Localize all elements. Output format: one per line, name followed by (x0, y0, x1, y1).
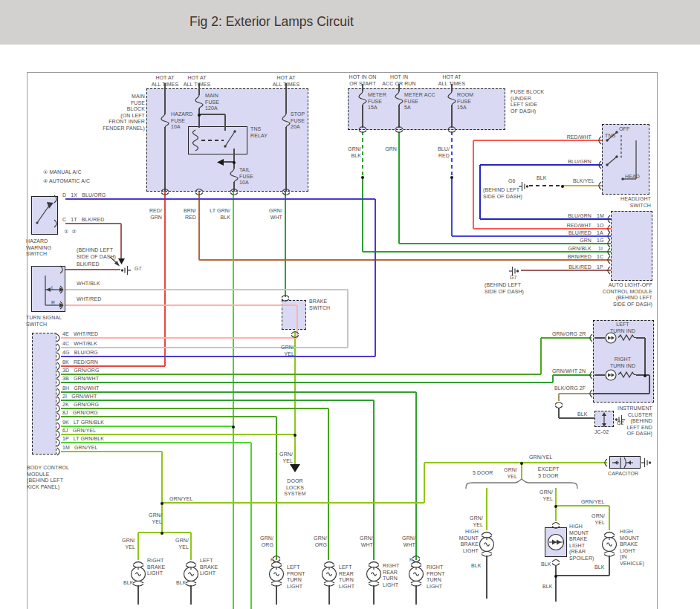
blk-red-label: BLK/RED (77, 261, 100, 268)
junction-dot (161, 502, 163, 505)
hazard-fuse-out (164, 127, 166, 192)
bcm-2i-h (61, 400, 374, 401)
grn-yel-inveh-h-label: GRN/YEL (581, 499, 604, 506)
bcm-8h-h (61, 391, 416, 393)
blu-grn-v (479, 165, 481, 219)
k-rf-label: K (409, 557, 413, 564)
bcm-8k: 8K RED/GRN (62, 359, 98, 366)
brake-switch-label: BRAKE SWITCH (309, 299, 330, 311)
junction-dot (561, 185, 564, 188)
tail-branch-arrow-icon (217, 159, 224, 166)
headlight-switch-label: HEADLIGHT SWITCH (606, 196, 651, 209)
cl-int-4 (594, 374, 605, 375)
bcm-4e: 4E WHT/RED (62, 331, 98, 338)
cl-int-5 (636, 374, 649, 375)
right-front-turn-bulb-icon (406, 560, 426, 585)
spoiler-led-icon (545, 530, 566, 554)
blu-grn-label: BLU/GRN (560, 159, 592, 166)
hazard-pin-icon (54, 195, 59, 203)
relay-switch-icon (222, 128, 239, 149)
relay-coil-icon (190, 130, 201, 152)
junction-dot (554, 505, 557, 508)
high-mount-1-label: HIGH MOUNT BRAKE LIGHT (449, 529, 479, 554)
main-fuse-icon (195, 95, 204, 109)
connector-icon (281, 188, 291, 196)
relay-dash-link (201, 140, 224, 140)
five-door-label: 5 DOOR (473, 470, 493, 477)
module-pin-icon (605, 215, 611, 224)
grn-org-lf-label: GRN/ ORG (254, 535, 273, 548)
blk-red-c-v (120, 224, 122, 259)
bcm-1m: 1M GRN/YEL (62, 445, 98, 452)
grn-wht-label: GRN/ WHT (263, 208, 282, 221)
blu-red-label: BLU/ RED (435, 146, 450, 159)
blk-jc02-label: BLK (577, 411, 588, 418)
wht-blk-label: WHT/BLK (77, 281, 100, 287)
blk-spoiler2-label: BLK (542, 584, 553, 590)
module-pin-icon (605, 255, 611, 264)
main-fuse-out (198, 108, 200, 128)
connector-icon (357, 126, 368, 134)
bcm-6j: 6J GRN/YEL (62, 428, 96, 434)
turn-signal-pin-icon (59, 265, 65, 274)
figure-title-bar: Fig 2: Exterior Lamps Circuit (0, 0, 700, 45)
stop-fuse-label: STOP FUSE 20A (291, 111, 305, 131)
gy-bus-h (162, 502, 424, 504)
junction-dot (198, 114, 201, 117)
gy-cap-h (424, 462, 607, 463)
mod-pin-1g: 1G (597, 238, 604, 244)
bcm-3d-v (540, 338, 542, 374)
right-turn-ind-label: RIGHT TURN IND (603, 356, 642, 369)
left-front-turn-bulb-icon (267, 560, 286, 585)
junction-dot (450, 176, 453, 179)
wht-red-label: WHT/RED (77, 296, 101, 303)
stub-lr (328, 585, 330, 605)
hot-at-all-times-1: HOT AT ALL TIMES (148, 75, 182, 88)
hot1-stub (164, 83, 166, 114)
mod-pin-1m: 1M (597, 213, 604, 220)
blk-hm1-v (486, 556, 487, 599)
hot-at-all-times-3: HOT AT ALL TIMES (269, 75, 303, 88)
gy-5door-v (486, 488, 487, 530)
left-turn-ind-label: LEFT TURN IND (603, 322, 642, 334)
cl-int-3 (644, 338, 645, 375)
left-rear-turn-label: LEFT REAR TURN LIGHT (339, 564, 354, 590)
mod-pin-1p: 1P (597, 264, 603, 271)
bcm-8h: 8H GRN/WHT (62, 385, 99, 392)
lt-grn-blk-label: LT GRN/ BLK (205, 208, 230, 221)
stub-rb (137, 585, 139, 605)
stop-fuse-out (285, 127, 287, 192)
module-pin-icon (605, 266, 611, 275)
gy-brace-v (521, 463, 522, 479)
off-label: OFF (619, 126, 629, 133)
red-wht-v (473, 140, 474, 229)
blu-red-v (451, 177, 453, 236)
bcm-label: BODY CONTROL MODULE (BEHIND LEFT KICK PA… (27, 465, 69, 490)
tail-fuse-label: TAIL FUSE 10A (239, 167, 253, 186)
bcm-1m-v (161, 452, 163, 503)
turn-signal-pin-icon (59, 301, 65, 310)
legend-manual-ac: ① MANUAL A/C (43, 169, 82, 176)
blk-org-2f-label: BLK/ORG 2F (554, 385, 586, 392)
junction-dot (554, 575, 557, 578)
cl-int-6 (649, 375, 649, 394)
red-grn-label: RED/ GRN (146, 208, 162, 221)
g7b-behind-label: (BEHIND LEFT SIDE OF DASH) (485, 282, 524, 295)
capacitor-symbol-icon (612, 456, 635, 469)
grn-yel-lb-label: GRN/ YEL (171, 538, 189, 550)
high-mount-spoiler-label: HIGH MOUNT BRAKE LIGHT (REAR SPOILER) (569, 524, 594, 562)
stub-lb (190, 585, 192, 605)
high-mount-inveh-bulb-icon (600, 530, 619, 556)
mod-pin-1c: 1C (597, 254, 603, 261)
auto-module-label: AUTO LIGHT-OFF CONTROL MODULE (BEHIND LE… (593, 282, 652, 307)
head-label: HEAD (625, 174, 640, 180)
junction-dot (161, 532, 163, 535)
hot-at-all-times-4: HOT AT ALL TIMES (434, 74, 470, 87)
connector-icon (551, 521, 561, 530)
mod-grn-blk: GRN/BLK (562, 246, 592, 253)
mod-blu-grn: BLU/GRN (562, 213, 592, 220)
bcm-3d: 3D GRN/ORG (62, 368, 99, 374)
bcm-1p-v (250, 443, 252, 609)
stop-fuse-icon (282, 114, 291, 128)
bcm-2i-v (373, 400, 375, 560)
